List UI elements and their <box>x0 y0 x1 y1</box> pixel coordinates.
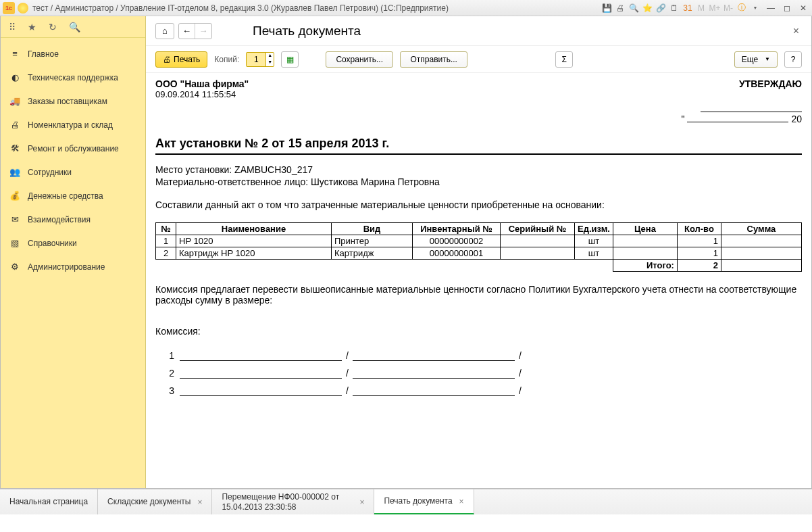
document-viewport[interactable]: ООО "Наша фирма" 09.09.2014 11:55:54 УТВ… <box>146 73 811 488</box>
content-header: ⌂ ← → Печать документа × <box>146 16 811 46</box>
document: ООО "Наша фирма" 09.09.2014 11:55:54 УТВ… <box>155 78 802 396</box>
sum-icon: Σ <box>562 55 567 64</box>
approve-year: 20 <box>791 114 802 124</box>
sidebar-item-2[interactable]: 🚚Заказы поставщикам <box>1 89 145 113</box>
bottom-tabbar: Начальная страницаСкладские документы×Пе… <box>0 489 812 514</box>
info-dropdown-icon[interactable]: ▼ <box>750 3 761 14</box>
approve-quote: " <box>681 114 684 124</box>
sidebar-item-label: Взаимодействия <box>28 215 91 224</box>
window-titlebar: 1c тест / Администратор / Управление IT-… <box>0 0 812 16</box>
sidebar-top-toolbar: ⠿ ★ ↻ 🔍 <box>1 16 145 38</box>
more-button[interactable]: Еще ▼ <box>734 51 778 68</box>
sidebar-icon: 🖨 <box>9 120 21 130</box>
tab-label: Перемещение НФ00-000002 от 15.04.2013 23… <box>222 492 353 512</box>
titlebar-menu-button[interactable] <box>18 3 28 14</box>
copies-stepper[interactable]: ▲▼ <box>246 52 274 67</box>
spin-down[interactable]: ▼ <box>265 59 274 66</box>
m-minus-icon[interactable]: M- <box>723 3 734 14</box>
col-header: Серийный № <box>501 223 575 235</box>
calendar-icon[interactable]: 31 <box>682 3 693 14</box>
back-button[interactable]: ← <box>179 24 195 39</box>
search-icon[interactable]: 🔍 <box>69 22 80 32</box>
home-button[interactable]: ⌂ <box>155 23 174 39</box>
sidebar: ⠿ ★ ↻ 🔍 ≡Главное◐Техническая поддержка🚚З… <box>1 16 146 488</box>
sidebar-item-7[interactable]: ✉Взаимодействия <box>1 208 145 231</box>
copies-input[interactable] <box>247 53 265 66</box>
send-label: Отправить... <box>410 55 457 64</box>
m-icon[interactable]: M <box>696 3 707 14</box>
tab-2[interactable]: Перемещение НФ00-000002 от 15.04.2013 23… <box>212 489 374 514</box>
tab-close-icon[interactable]: × <box>197 498 202 507</box>
m-plus-icon[interactable]: M+ <box>709 3 720 14</box>
sidebar-icon: ◐ <box>9 72 21 82</box>
col-header: № <box>156 223 176 235</box>
place-value: ZAMBUCH30_217 <box>234 164 313 175</box>
calculator-icon[interactable]: 🗒 <box>669 3 680 14</box>
sidebar-item-6[interactable]: 💰Денежные средства <box>1 184 145 208</box>
info-icon[interactable]: ⓘ <box>736 3 747 14</box>
tab-close-icon[interactable]: × <box>359 498 364 507</box>
sidebar-item-5[interactable]: 👥Сотрудники <box>1 160 145 184</box>
tab-0[interactable]: Начальная страница <box>0 489 98 514</box>
sidebar-item-0[interactable]: ≡Главное <box>1 42 145 66</box>
document-description: Составили данный акт о том что затраченн… <box>155 199 802 210</box>
sidebar-item-4[interactable]: 🛠Ремонт и обслуживание <box>1 137 145 160</box>
sidebar-icon: 💰 <box>9 191 21 201</box>
sidebar-item-9[interactable]: ⚙Администрирование <box>1 255 145 279</box>
maximize-button[interactable]: ◻ <box>781 3 793 13</box>
responsible-label: Материально-ответственное лицо: <box>155 176 311 187</box>
tab-label: Начальная страница <box>9 497 88 506</box>
sidebar-item-8[interactable]: ▧Справочники <box>1 231 145 255</box>
sidebar-icon: ▧ <box>9 238 21 248</box>
app-logo: 1c <box>3 2 15 14</box>
chevron-down-icon: ▼ <box>765 56 770 62</box>
printer-icon: 🖨 <box>163 55 171 64</box>
apps-icon[interactable]: ⠿ <box>9 22 16 32</box>
tab-label: Складские документы <box>107 497 191 506</box>
tab-3[interactable]: Печать документа× <box>374 489 474 514</box>
total-label: Итого: <box>613 260 677 272</box>
star-icon[interactable]: ★ <box>28 22 36 32</box>
tab-1[interactable]: Складские документы× <box>98 489 212 514</box>
save-button[interactable]: Сохранить... <box>326 51 393 68</box>
send-button[interactable]: Отправить... <box>400 51 467 68</box>
sidebar-icon: ≡ <box>9 49 21 59</box>
link-icon[interactable]: 🔗 <box>655 3 666 14</box>
toolbar: 🖨 Печать Копий: ▲▼ ▦ Сохранить... Отправ… <box>146 46 811 73</box>
save-icon[interactable]: 💾 <box>601 3 612 14</box>
sidebar-item-3[interactable]: 🖨Номенклатура и склад <box>1 113 145 137</box>
sidebar-item-label: Сотрудники <box>28 168 72 177</box>
sidebar-item-label: Номенклатура и склад <box>28 120 113 130</box>
sidebar-item-label: Ремонт и обслуживание <box>28 144 119 153</box>
sidebar-item-1[interactable]: ◐Техническая поддержка <box>1 66 145 89</box>
close-page-button[interactable]: × <box>790 22 802 40</box>
save-label: Сохранить... <box>336 55 383 64</box>
sidebar-item-label: Техническая поддержка <box>28 73 118 82</box>
col-header: Кол-во <box>677 223 721 235</box>
more-label: Еще <box>742 55 758 64</box>
commission-label: Комиссия: <box>155 326 802 337</box>
sidebar-item-label: Справочники <box>28 239 77 248</box>
content-area: ⌂ ← → Печать документа × 🖨 Печать Копий:… <box>146 16 811 488</box>
company-name: ООО "Наша фирма" <box>155 78 249 89</box>
print-button[interactable]: 🖨 Печать <box>155 51 207 68</box>
help-button[interactable]: ? <box>784 51 802 68</box>
sum-button[interactable]: Σ <box>555 51 573 68</box>
print-icon[interactable]: 🖨 <box>615 3 626 14</box>
tab-close-icon[interactable]: × <box>459 497 464 506</box>
signature-row: 3// <box>155 384 802 396</box>
close-button[interactable]: ✕ <box>797 3 809 13</box>
spin-up[interactable]: ▲ <box>265 53 274 59</box>
table-row: 1HP 1020Принтер00000000002шт1 <box>156 235 802 247</box>
history-icon[interactable]: ↻ <box>49 22 57 32</box>
preview-button[interactable]: ▦ <box>281 51 299 68</box>
signature-row: 1// <box>155 349 802 361</box>
minimize-button[interactable]: — <box>765 3 777 13</box>
signature-row: 2// <box>155 366 802 379</box>
forward-button: → <box>195 24 211 39</box>
col-header: Наименование <box>176 223 332 235</box>
search-icon[interactable]: 🔍 <box>628 3 639 14</box>
document-title: Акт установки № 2 от 15 апреля 2013 г. <box>155 137 802 155</box>
print-label: Печать <box>174 55 200 64</box>
favorite-icon[interactable]: ⭐ <box>642 3 653 14</box>
